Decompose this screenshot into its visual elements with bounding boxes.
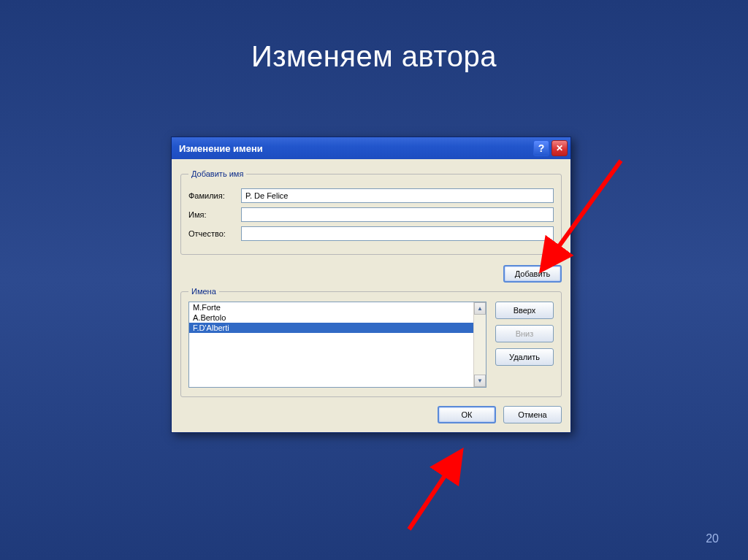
up-button[interactable]: Вверх [495,302,554,319]
firstname-input[interactable] [241,207,554,222]
titlebar[interactable]: Изменение имени ? ✕ [172,137,570,159]
scrollbar[interactable]: ▲ ▼ [473,302,486,387]
add-name-legend: Добавить имя [188,169,246,178]
down-button[interactable]: Вниз [495,325,554,342]
help-icon[interactable]: ? [533,140,549,156]
cancel-button[interactable]: Отмена [503,406,562,423]
page-number: 20 [706,532,719,545]
patronymic-label: Отчество: [188,229,241,238]
firstname-label: Имя: [188,210,241,219]
ok-button[interactable]: ОК [438,406,496,423]
dialog-body: Добавить имя Фамилия: Имя: Отчество: Доб… [172,159,570,432]
svg-line-1 [409,455,459,529]
names-listbox[interactable]: M.ForteA.BertoloF.D'Alberti ▲ ▼ [188,302,486,388]
add-name-group: Добавить имя Фамилия: Имя: Отчество: [180,169,562,255]
names-group: Имена M.ForteA.BertoloF.D'Alberti ▲ ▼ Вв… [180,287,562,397]
scroll-track[interactable] [474,315,486,375]
arrow-annotation-ok [387,442,504,544]
scroll-up-icon[interactable]: ▲ [474,302,486,315]
list-item[interactable]: A.Bertolo [189,312,473,323]
delete-button[interactable]: Удалить [495,348,554,366]
list-item[interactable]: F.D'Alberti [189,323,473,333]
slide-title: Изменяем автора [0,40,748,73]
scroll-down-icon[interactable]: ▼ [474,375,486,387]
dialog-window: Изменение имени ? ✕ Добавить имя Фамилия… [171,137,571,433]
close-icon[interactable]: ✕ [552,140,568,156]
patronymic-input[interactable] [241,226,554,241]
surname-label: Фамилия: [188,191,241,200]
list-item[interactable]: M.Forte [189,302,473,312]
surname-input[interactable] [241,188,554,203]
add-button[interactable]: Добавить [503,265,562,283]
window-title: Изменение имени [179,143,531,154]
names-legend: Имена [188,287,219,296]
